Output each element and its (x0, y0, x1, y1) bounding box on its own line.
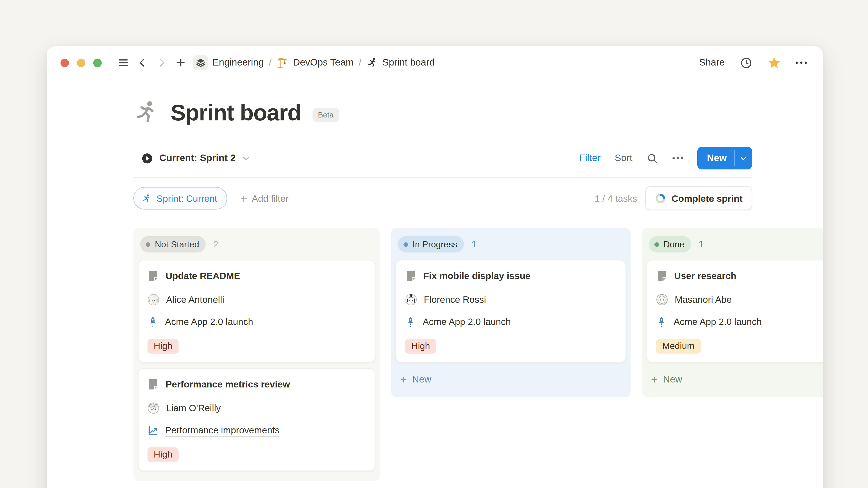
board-column-not-started: Not Started 2 Update README (133, 228, 380, 482)
status-dot-icon (403, 242, 408, 247)
window-top-bar: Engineering / DevOps Team / (47, 46, 823, 79)
rocket-icon (656, 316, 667, 328)
page-title: Sprint board (170, 100, 301, 125)
status-label: In Progress (412, 239, 457, 250)
assignee-avatar (148, 402, 160, 414)
beta-badge: Beta (312, 107, 339, 122)
task-card-performance-metrics-review[interactable]: Performance metrics review (138, 368, 375, 471)
task-card-fix-mobile-display-issue[interactable]: Fix mobile display issue (396, 260, 626, 363)
add-filter-button[interactable]: + Add filter (240, 192, 288, 204)
assignee-name: Florence Rossi (424, 294, 486, 305)
status-dot-icon (654, 242, 659, 247)
status-pill-in-progress[interactable]: In Progress (398, 236, 464, 253)
column-header: Not Started 2 (138, 232, 375, 260)
breadcrumb-item-sprint-board[interactable]: Sprint board (367, 57, 435, 68)
forward-icon[interactable] (154, 55, 169, 71)
status-pill-not-started[interactable]: Not Started (140, 236, 206, 253)
column-header: In Progress 1 (396, 232, 626, 260)
breadcrumb-item-engineering[interactable]: Engineering (193, 55, 264, 70)
column-header: Done 1 (647, 232, 823, 260)
complete-sprint-button[interactable]: Complete sprint (646, 186, 752, 210)
column-count: 1 (471, 239, 477, 250)
breadcrumb: Engineering / DevOps Team / (193, 55, 435, 70)
assignee-name: Masanori Abe (675, 294, 732, 305)
priority-badge: High (405, 339, 436, 354)
chart-icon (148, 425, 158, 436)
board-column-done: Done 1 User research (642, 228, 823, 397)
crane-icon (277, 57, 289, 69)
chevron-down-icon[interactable] (735, 147, 752, 169)
task-title: User research (674, 271, 737, 282)
filter-button[interactable]: Filter (579, 153, 600, 164)
rocket-icon (148, 316, 158, 328)
view-options-icon[interactable] (673, 157, 683, 159)
app-window: Engineering / DevOps Team / (47, 46, 823, 488)
sprint-filter-label: Sprint: Current (157, 193, 217, 204)
status-label: Not Started (155, 239, 199, 250)
breadcrumb-label: DevOps Team (293, 57, 354, 68)
tasks-progress-summary: 1 / 4 tasks (594, 193, 637, 204)
sort-button[interactable]: Sort (615, 153, 632, 164)
breadcrumb-item-devops-team[interactable]: DevOps Team (277, 57, 354, 69)
task-card-user-research[interactable]: User research Masanori Ab (647, 260, 823, 363)
add-card-button[interactable]: + New (396, 368, 626, 393)
desktop: Engineering / DevOps Team / (0, 0, 868, 488)
rocket-icon (405, 316, 416, 328)
priority-badge: High (148, 447, 179, 462)
priority-badge: Medium (656, 339, 701, 354)
back-icon[interactable] (134, 55, 150, 71)
runner-icon (142, 193, 152, 203)
assignee-avatar (405, 294, 417, 306)
favorite-star-icon[interactable] (767, 56, 781, 70)
add-card-label: New (663, 374, 682, 385)
project-link[interactable]: Acme App 2.0 launch (423, 316, 511, 328)
status-label: Done (663, 239, 684, 250)
filter-bar: Sprint: Current + Add filter 1 / 4 tasks (133, 187, 752, 210)
task-title: Update README (166, 271, 240, 282)
clock-icon[interactable] (739, 56, 752, 69)
minimize-window-icon[interactable] (77, 59, 86, 67)
breadcrumb-label: Engineering (213, 57, 264, 68)
add-card-button[interactable]: + New (647, 368, 823, 393)
close-window-icon[interactable] (61, 59, 69, 67)
chevron-down-icon (242, 154, 250, 162)
share-button[interactable]: Share (699, 57, 725, 68)
new-task-button[interactable]: New (698, 147, 752, 169)
status-dot-icon (146, 242, 150, 247)
more-options-icon[interactable] (796, 61, 807, 64)
task-card-update-readme[interactable]: Update README (138, 260, 375, 363)
new-task-label[interactable]: New (698, 147, 734, 169)
task-title: Performance metrics review (166, 379, 290, 390)
runner-icon (367, 57, 378, 68)
project-link[interactable]: Performance improvements (165, 425, 280, 437)
page-icon (656, 270, 668, 282)
assignee-name: Liam O'Reilly (166, 403, 221, 414)
project-link[interactable]: Acme App 2.0 launch (165, 316, 253, 328)
column-count: 2 (213, 239, 219, 250)
add-filter-label: Add filter (252, 193, 289, 204)
sidebar-menu-icon[interactable] (115, 55, 131, 71)
sprint-filter-chip[interactable]: Sprint: Current (133, 187, 227, 210)
search-icon[interactable] (647, 152, 658, 164)
status-pill-done[interactable]: Done (649, 236, 691, 253)
assignee-avatar (656, 294, 668, 306)
zoom-window-icon[interactable] (93, 59, 102, 67)
page-icon (148, 270, 159, 282)
page-icon (405, 270, 416, 282)
board-column-in-progress: In Progress 1 Fix mobile display issue (391, 228, 631, 397)
view-selector[interactable]: Current: Sprint 2 (133, 152, 250, 164)
complete-sprint-label: Complete sprint (672, 193, 743, 204)
kanban-board: Not Started 2 Update README (133, 228, 823, 482)
window-controls (61, 59, 102, 67)
runner-icon[interactable] (133, 99, 159, 125)
task-title: Fix mobile display issue (423, 271, 531, 282)
layers-icon (193, 55, 208, 70)
breadcrumb-separator: / (359, 57, 362, 68)
add-page-icon[interactable] (173, 55, 189, 71)
project-link[interactable]: Acme App 2.0 launch (674, 316, 762, 328)
progress-ring-icon (655, 193, 666, 204)
plus-icon: + (400, 373, 407, 385)
view-label: Current: Sprint 2 (159, 153, 236, 164)
breadcrumb-separator: / (269, 57, 272, 68)
add-card-label: New (412, 374, 431, 385)
